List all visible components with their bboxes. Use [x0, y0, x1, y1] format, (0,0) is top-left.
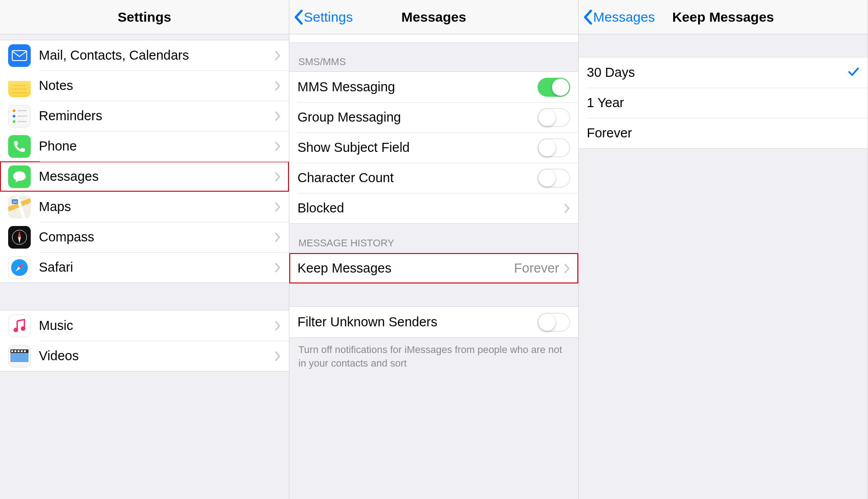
toggle-group[interactable]: [538, 108, 570, 127]
row-blocked[interactable]: Blocked: [289, 193, 578, 223]
videos-icon: [8, 345, 31, 367]
keep-messages-value: Forever: [514, 261, 559, 276]
row-group[interactable]: Group Messaging: [289, 102, 578, 132]
row-label-videos: Videos: [39, 348, 274, 363]
row-messages[interactable]: Messages: [0, 161, 289, 192]
svg-point-5: [13, 109, 15, 112]
row-label-maps: Maps: [39, 199, 274, 214]
phone-icon: [8, 135, 31, 158]
row-charcount[interactable]: Character Count: [289, 163, 578, 193]
row-videos[interactable]: Videos: [0, 341, 289, 371]
chevron-right-icon: [274, 202, 281, 212]
messages-icon: [8, 165, 31, 188]
chevron-right-icon: [274, 141, 281, 152]
back-to-messages[interactable]: Messages: [583, 9, 655, 25]
toggle-charcount[interactable]: [538, 169, 570, 188]
navbar-messages: Settings Messages: [289, 0, 578, 34]
row-label-phone: Phone: [39, 139, 274, 154]
row-label-music: Music: [39, 318, 274, 333]
row-label-reminders: Reminders: [39, 108, 274, 123]
chevron-right-icon: [274, 262, 281, 273]
panel-keep-messages: Messages Keep Messages 30 Days 1 Year Fo…: [579, 0, 868, 499]
svg-rect-0: [12, 51, 27, 61]
chevron-right-icon: [564, 203, 570, 214]
svg-point-6: [13, 115, 15, 118]
svg-text:280: 280: [12, 200, 18, 203]
chevron-right-icon: [274, 232, 281, 243]
navbar-settings: Settings: [0, 0, 289, 34]
row-label-notes: Notes: [39, 78, 274, 93]
mail-icon: [8, 44, 31, 67]
keep-messages-label: Keep Messages: [297, 261, 514, 276]
row-filter-unknown[interactable]: Filter Unknown Senders: [289, 307, 578, 337]
safari-icon: [8, 256, 31, 279]
chevron-right-icon: [274, 80, 281, 91]
row-reminders[interactable]: Reminders: [0, 101, 289, 131]
section-header-sms: SMS/MMS: [289, 42, 578, 71]
row-safari[interactable]: Safari: [0, 252, 289, 282]
music-icon: [8, 315, 31, 337]
label-charcount: Character Count: [297, 170, 538, 185]
chevron-right-icon: [274, 351, 281, 362]
option-forever[interactable]: Forever: [579, 118, 868, 148]
chevron-right-icon: [274, 50, 281, 61]
svg-point-18: [21, 326, 25, 331]
row-maps[interactable]: 280 Maps: [0, 192, 289, 222]
svg-rect-25: [10, 353, 28, 362]
svg-rect-24: [24, 350, 26, 352]
checkmark-icon: [848, 67, 859, 79]
panel-messages: Settings Messages SMS/MMS MMS Messaging …: [289, 0, 579, 499]
navbar-title-settings: Settings: [118, 9, 171, 25]
svg-point-7: [13, 120, 15, 123]
navbar-title-keep: Keep Messages: [672, 9, 774, 25]
row-compass[interactable]: Compass: [0, 222, 289, 252]
panel-settings: Settings Mail, Contacts, Calendars Notes…: [0, 0, 289, 499]
label-group: Group Messaging: [297, 110, 538, 125]
row-label-mail: Mail, Contacts, Calendars: [39, 48, 274, 63]
chevron-left-icon: [294, 9, 303, 25]
row-mail[interactable]: Mail, Contacts, Calendars: [0, 40, 289, 71]
row-label-compass: Compass: [39, 230, 274, 245]
svg-rect-22: [18, 350, 19, 352]
svg-rect-20: [11, 350, 13, 352]
footer-filter-unknown: Turn off notifications for iMessages fro…: [289, 338, 578, 370]
compass-icon: [8, 226, 31, 249]
toggle-subject[interactable]: [538, 138, 570, 157]
row-notes[interactable]: Notes: [0, 71, 289, 101]
chevron-right-icon: [274, 171, 281, 182]
option-label-1y: 1 Year: [587, 95, 859, 110]
navbar-title-messages: Messages: [401, 9, 466, 25]
row-keep-messages[interactable]: Keep Messages Forever: [289, 253, 578, 283]
section-header-history: MESSAGE HISTORY: [289, 224, 578, 253]
svg-rect-1: [8, 75, 31, 81]
option-1y[interactable]: 1 Year: [579, 88, 868, 118]
row-music[interactable]: Music: [0, 311, 289, 341]
svg-rect-23: [21, 350, 23, 352]
filter-unknown-label: Filter Unknown Senders: [297, 315, 538, 330]
option-label-forever: Forever: [587, 126, 859, 141]
chevron-right-icon: [564, 263, 570, 274]
maps-icon: 280: [8, 196, 31, 218]
row-subject[interactable]: Show Subject Field: [289, 132, 578, 163]
label-blocked: Blocked: [297, 201, 564, 216]
toggle-mms[interactable]: [538, 78, 570, 97]
label-mms: MMS Messaging: [297, 80, 538, 94]
row-phone[interactable]: Phone: [0, 131, 289, 161]
back-label: Messages: [593, 9, 655, 25]
chevron-right-icon: [274, 111, 281, 122]
row-mms[interactable]: MMS Messaging: [289, 72, 578, 102]
notes-icon: [8, 75, 31, 97]
label-subject: Show Subject Field: [297, 140, 538, 155]
row-label-messages: Messages: [39, 169, 274, 184]
toggle-filter-unknown[interactable]: [538, 313, 570, 332]
navbar-keep-messages: Messages Keep Messages: [579, 0, 868, 34]
reminders-icon: [8, 105, 31, 127]
option-label-30d: 30 Days: [587, 65, 848, 80]
back-label: Settings: [304, 9, 353, 25]
svg-rect-21: [14, 350, 16, 352]
back-to-settings[interactable]: Settings: [294, 9, 353, 25]
chevron-left-icon: [583, 9, 592, 25]
row-label-safari: Safari: [39, 260, 274, 275]
option-30d[interactable]: 30 Days: [579, 57, 868, 88]
chevron-right-icon: [274, 320, 281, 331]
